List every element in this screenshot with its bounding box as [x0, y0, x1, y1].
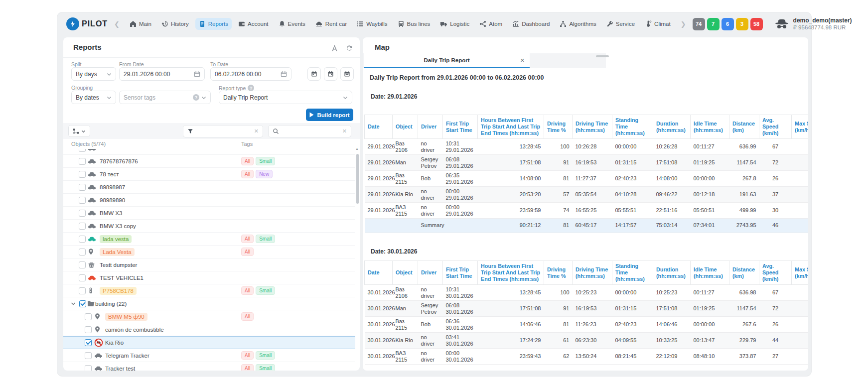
object-row[interactable]: 89898987: [63, 181, 355, 194]
nav-item-logistic[interactable]: Logistic: [436, 18, 473, 30]
split-select[interactable]: By days: [71, 67, 116, 81]
nav-item-service[interactable]: Service: [603, 18, 638, 30]
user-menu[interactable]: demo_demo(master) ₽ 95648774.98 RUR: [774, 17, 852, 31]
tag-small: Small: [256, 235, 275, 243]
history-icon: [161, 20, 168, 27]
object-search-input[interactable]: ✕: [268, 125, 351, 137]
object-row[interactable]: Telegram TrackerAllSmall: [63, 349, 355, 362]
object-checkbox[interactable]: [79, 184, 86, 191]
object-row[interactable]: camión de combustible: [63, 323, 355, 336]
tag-all: All: [241, 312, 254, 321]
status-badge-0[interactable]: 74: [693, 18, 705, 30]
clear-filter-icon[interactable]: ✕: [254, 128, 259, 134]
to-date-input[interactable]: 06.02.2026 00:00: [210, 67, 291, 81]
logistic-icon: [440, 20, 447, 27]
nav-scroll-right-icon[interactable]: ❯: [681, 20, 686, 28]
idle_time-cell: 00:11:27: [691, 285, 729, 301]
nav-item-main[interactable]: Main: [126, 18, 155, 30]
object-row[interactable]: BMW X3: [63, 207, 355, 220]
status-badge-4[interactable]: 58: [750, 18, 763, 30]
panel-drag-handle[interactable]: [596, 55, 609, 57]
object-row[interactable]: 78 тестAllNew: [63, 168, 355, 181]
object-checkbox[interactable]: [79, 287, 86, 294]
nav-item-bus-lines[interactable]: Bus lines: [394, 18, 434, 30]
clear-search-icon[interactable]: ✕: [342, 128, 347, 134]
object-checkbox[interactable]: [85, 339, 92, 346]
scrollbar-thumb[interactable]: [356, 154, 359, 204]
object-row[interactable]: lada vestaAllSmall: [63, 233, 355, 246]
object-row[interactable]: Lada VestaAll: [63, 246, 355, 258]
hours_between-cell: 13:28:45: [478, 139, 544, 155]
date-preset-yesterday-button[interactable]: [324, 67, 337, 81]
tag-all: All: [241, 351, 254, 360]
idle_time-cell: 00:00:00: [691, 171, 729, 187]
object-checkbox[interactable]: [79, 261, 86, 268]
tag-filter-input[interactable]: ✕: [183, 125, 263, 137]
from-date-input[interactable]: 29.01.2026 00:00: [119, 67, 205, 81]
object-checkbox[interactable]: [79, 171, 86, 178]
object-checkbox[interactable]: [79, 249, 86, 255]
object-row[interactable]: Testt dumpster: [63, 258, 355, 271]
nav-item-events[interactable]: Events: [275, 18, 309, 30]
nav-item-history[interactable]: History: [158, 18, 192, 30]
tab-daily-trip-report[interactable]: Daily Trip Report ✕: [364, 53, 530, 68]
nav-item-rent-car[interactable]: Rent car: [312, 18, 350, 30]
object-row[interactable]: TEST VEHICLE1: [63, 271, 355, 284]
object-checkbox[interactable]: [79, 300, 86, 307]
status-badge-1[interactable]: 7: [707, 18, 720, 30]
build-report-button[interactable]: Build report: [306, 109, 353, 121]
nav-item-atom[interactable]: Atom: [476, 18, 506, 30]
standing_time-cell: 00:00:00: [612, 139, 653, 155]
play-icon: [309, 112, 314, 118]
nav-item-waybills[interactable]: Waybills: [353, 18, 391, 30]
object-checkbox[interactable]: [79, 236, 86, 243]
date-preset-today-button[interactable]: [307, 67, 321, 81]
close-icon[interactable]: ✕: [520, 57, 525, 64]
object-checkbox[interactable]: [79, 158, 86, 165]
tag-all: All: [241, 235, 254, 243]
object-row[interactable]: Kia Rio: [63, 336, 355, 349]
group-row-building-22-[interactable]: building (22): [63, 297, 355, 310]
object-checkbox[interactable]: [79, 274, 86, 281]
object-checkbox[interactable]: [79, 149, 86, 152]
pilot-logo-text: PILOT: [82, 19, 108, 28]
pilot-logo[interactable]: PILOT: [66, 17, 108, 30]
object-name: Kia Rio: [105, 340, 124, 346]
object-checkbox[interactable]: [79, 223, 86, 230]
nav-item-account[interactable]: Account: [235, 18, 272, 30]
tree-view-select[interactable]: [68, 125, 90, 137]
nav-item-reports[interactable]: Reports: [195, 18, 232, 30]
report-template-icon[interactable]: [331, 44, 338, 52]
report-type-select[interactable]: Daily Trip Report: [219, 91, 352, 104]
object-row[interactable]: 98989890: [63, 194, 355, 207]
scroll-up-icon[interactable]: ▲: [355, 147, 359, 150]
object-row[interactable]: P758CB178AllSmall: [63, 284, 355, 297]
object-checkbox[interactable]: [85, 365, 92, 371]
report-row: 29.01.2026Ваз 2106no driver10:3129.01.20…: [365, 139, 809, 155]
first_trip-cell: 00:0029.01.2026: [443, 187, 478, 203]
object-row[interactable]: BMW X3 copy: [63, 220, 355, 233]
object-checkbox[interactable]: [79, 210, 86, 217]
object-checkbox[interactable]: [85, 326, 92, 333]
nav-item-algorithms[interactable]: Algorithms: [556, 18, 599, 30]
object-row[interactable]: 787678767876AllSmall: [63, 155, 355, 168]
nav-item-dashboard[interactable]: Dashboard: [509, 18, 553, 30]
nav-scroll-left-icon[interactable]: ❮: [114, 20, 120, 28]
driving_pct-cell: 100: [544, 285, 573, 301]
object-checkbox[interactable]: [85, 352, 92, 359]
summary-object-cell: [393, 219, 418, 233]
date-preset-week-button[interactable]: [340, 67, 354, 81]
sensor-tags-select[interactable]: Sensor tags ?: [119, 91, 211, 104]
object-checkbox[interactable]: [79, 197, 86, 204]
grouping-select[interactable]: By dates: [71, 91, 116, 104]
nav-item-climat[interactable]: Climat: [641, 18, 674, 30]
object-checkbox[interactable]: [85, 313, 92, 320]
object-row[interactable]: Tracker testAllSmall: [63, 362, 355, 371]
status-badge-2[interactable]: 6: [722, 18, 734, 30]
object-row[interactable]: [63, 149, 355, 155]
objects-scrollbar[interactable]: ▲: [356, 149, 359, 369]
status-badge-3[interactable]: 3: [736, 18, 748, 30]
expand-chevron-icon[interactable]: [71, 301, 76, 306]
refresh-icon[interactable]: [345, 44, 353, 52]
object-row[interactable]: BMW M5 ф90All: [63, 310, 355, 323]
